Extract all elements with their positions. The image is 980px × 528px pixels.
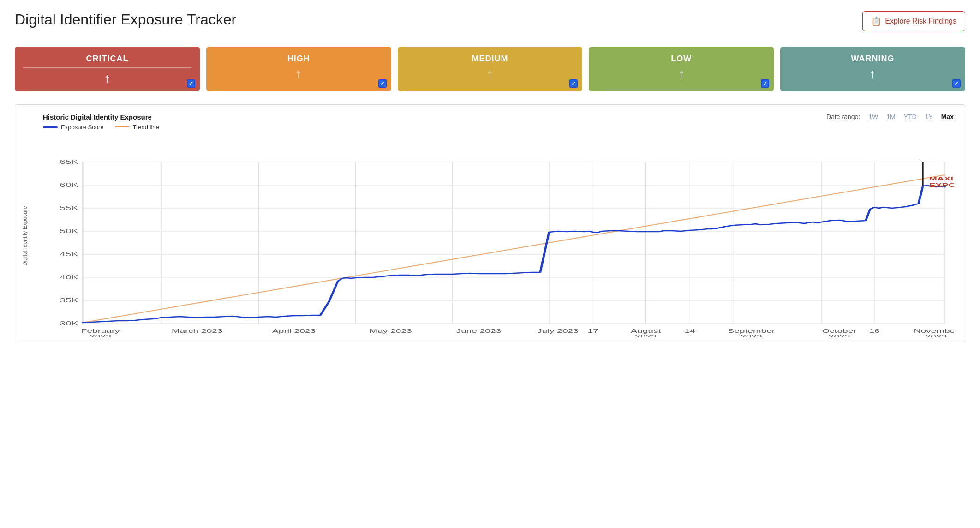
severity-card-warning[interactable]: WARNING ↑ — [780, 47, 965, 91]
svg-text:60K: 60K — [60, 181, 78, 188]
range-1y[interactable]: 1Y — [925, 113, 933, 120]
svg-text:14: 14 — [684, 328, 695, 334]
high-checkbox[interactable] — [378, 79, 387, 88]
critical-arrow: ↑ — [104, 72, 110, 85]
high-label: HIGH — [287, 54, 310, 64]
warning-checkbox[interactable] — [952, 79, 961, 88]
svg-text:55K: 55K — [60, 204, 78, 211]
svg-text:30K: 30K — [60, 320, 78, 326]
clipboard-icon: 📋 — [871, 16, 881, 26]
medium-checkbox[interactable] — [569, 79, 578, 88]
svg-text:May 2023: May 2023 — [370, 328, 412, 334]
svg-text:September: September — [728, 328, 775, 334]
exposure-line-icon — [43, 126, 58, 128]
chart-canvas: 30K 35K 40K 45K 50K 55K 60K 65K — [30, 134, 954, 337]
low-label: LOW — [671, 54, 692, 64]
chart-inner: 30K 35K 40K 45K 50K 55K 60K 65K — [30, 134, 954, 337]
svg-text:17: 17 — [588, 328, 598, 334]
chart-title: Historic Digital Identity Exposure — [43, 113, 159, 121]
chart-legend: Exposure Score Trend line — [43, 124, 159, 131]
svg-text:November: November — [914, 328, 954, 334]
exposure-label: Exposure Score — [61, 124, 104, 131]
severity-cards-row: CRITICAL ↑ HIGH ↑ MEDIUM ↑ LOW ↑ WARNING… — [15, 47, 965, 91]
trend-line-icon — [115, 126, 130, 127]
low-checkbox[interactable] — [761, 79, 769, 88]
explore-risk-findings-button[interactable]: 📋 Explore Risk Findings — [862, 11, 965, 31]
legend-trend: Trend line — [115, 124, 159, 131]
svg-text:2023: 2023 — [829, 334, 850, 337]
page-title: Digital Identifier Exposure Tracker — [15, 11, 236, 28]
severity-card-high[interactable]: HIGH ↑ — [206, 47, 391, 91]
range-max[interactable]: Max — [941, 113, 954, 120]
chart-svg: 30K 35K 40K 45K 50K 55K 60K 65K — [30, 134, 954, 337]
medium-label: MEDIUM — [472, 54, 508, 64]
svg-text:2023: 2023 — [90, 334, 111, 337]
date-range-label: Date range: — [826, 113, 860, 120]
low-arrow: ↑ — [678, 67, 685, 80]
svg-text:July 2023: July 2023 — [537, 328, 579, 334]
svg-text:50K: 50K — [60, 228, 78, 234]
svg-text:35K: 35K — [60, 297, 78, 303]
chart-wrapper: Digital Identity Exposure — [20, 134, 954, 337]
svg-text:45K: 45K — [60, 251, 78, 257]
severity-card-low[interactable]: LOW ↑ — [589, 47, 774, 91]
svg-text:EXPOSURE: EXPOSURE — [929, 182, 954, 188]
svg-text:MAXIMUM: MAXIMUM — [929, 176, 954, 181]
svg-text:October: October — [822, 328, 857, 334]
chart-section: Historic Digital Identity Exposure Expos… — [15, 104, 965, 342]
svg-text:April 2023: April 2023 — [272, 328, 316, 334]
severity-card-medium[interactable]: MEDIUM ↑ — [398, 47, 583, 91]
trend-label: Trend line — [133, 124, 159, 131]
critical-checkbox[interactable] — [187, 79, 195, 88]
range-1m[interactable]: 1M — [886, 113, 895, 120]
explore-btn-label: Explore Risk Findings — [885, 17, 956, 25]
y-axis-label: Digital Identity Exposure — [20, 134, 30, 337]
date-range-row: Date range: 1W 1M YTD 1Y Max — [826, 113, 954, 120]
critical-label: CRITICAL — [86, 54, 128, 64]
medium-arrow: ↑ — [487, 67, 493, 80]
svg-text:August: August — [631, 328, 661, 334]
warning-arrow: ↑ — [870, 67, 876, 80]
range-1w[interactable]: 1W — [868, 113, 878, 120]
svg-text:March 2023: March 2023 — [172, 328, 223, 334]
warning-label: WARNING — [851, 54, 895, 64]
svg-text:June 2023: June 2023 — [456, 328, 501, 334]
svg-text:February: February — [81, 328, 120, 334]
svg-text:65K: 65K — [60, 158, 78, 165]
critical-divider — [23, 67, 191, 68]
date-range-options: 1W 1M YTD 1Y Max — [868, 113, 954, 120]
severity-card-critical[interactable]: CRITICAL ↑ — [15, 47, 200, 91]
svg-text:2023: 2023 — [926, 334, 947, 337]
high-arrow: ↑ — [295, 67, 302, 80]
svg-text:2023: 2023 — [741, 334, 762, 337]
legend-exposure: Exposure Score — [43, 124, 104, 131]
svg-text:40K: 40K — [60, 274, 78, 280]
svg-text:2023: 2023 — [635, 334, 657, 337]
svg-text:16: 16 — [869, 328, 880, 334]
range-ytd[interactable]: YTD — [904, 113, 917, 120]
